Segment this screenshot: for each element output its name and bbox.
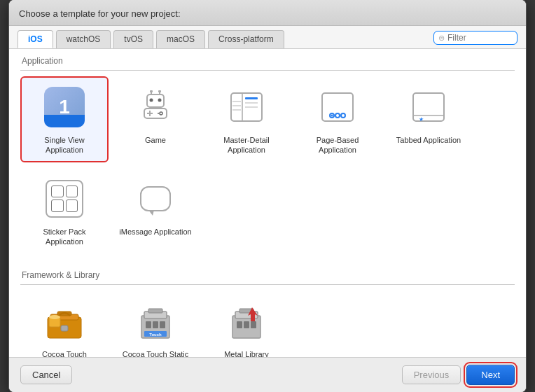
cocoa-static-icon-box: Touch: [133, 299, 178, 344]
template-imessage[interactable]: iMessage Application: [111, 168, 200, 254]
next-button[interactable]: Next: [466, 365, 515, 385]
single-view-bar: [44, 115, 85, 127]
svg-point-22: [335, 113, 340, 118]
svg-rect-49: [244, 321, 249, 328]
sticker-dot-3: [51, 200, 64, 212]
imessage-label: iMessage Application: [119, 227, 191, 237]
template-sticker-pack[interactable]: Sticker Pack Application: [20, 168, 109, 254]
footer: Cancel Previous Next: [9, 357, 526, 392]
tabs-bar: iOS watchOS tvOS macOS Cross-platform ⊜: [9, 26, 526, 49]
framework-section: Framework & Library: [9, 263, 526, 357]
previous-button[interactable]: Previous: [402, 365, 461, 384]
sticker-pack-icon-box: [42, 176, 87, 221]
svg-rect-41: [153, 321, 158, 328]
svg-text:Touch: Touch: [149, 332, 162, 337]
sticker-dot-2: [66, 186, 78, 198]
template-single-view[interactable]: 1 Single View Application: [20, 76, 109, 162]
svg-point-2: [158, 99, 162, 102]
application-section-label: Application: [20, 56, 515, 66]
master-detail-icon-box: [224, 85, 269, 130]
svg-point-24: [331, 115, 333, 117]
scroll-content: Application 1 Single View Application: [9, 49, 526, 357]
metal-icon-box: [224, 299, 269, 344]
application-section: Application 1 Single View Application: [9, 49, 526, 263]
single-view-icon-box: 1: [42, 85, 87, 130]
svg-rect-39: [148, 309, 162, 313]
title-bar: Choose a template for your new project:: [9, 0, 526, 26]
svg-point-6: [160, 112, 162, 115]
template-metal[interactable]: Metal Library: [202, 290, 291, 357]
tabbed-icon: ★ … …: [410, 89, 447, 125]
tab-watchos[interactable]: watchOS: [56, 30, 111, 48]
svg-point-36: [49, 315, 60, 319]
template-tabbed[interactable]: ★ … … Tabbed Application: [384, 76, 473, 162]
filter-input-wrap[interactable]: ⊜: [433, 31, 517, 45]
sticker-pack-icon: [46, 180, 83, 218]
svg-rect-33: [61, 326, 68, 331]
master-detail-label: Master-Detail Application: [209, 135, 284, 155]
svg-text:★: ★: [419, 116, 424, 122]
master-detail-icon: [228, 89, 265, 125]
single-view-icon: 1: [44, 87, 85, 127]
game-label: Game: [145, 135, 166, 145]
filter-area: ⊜: [433, 31, 517, 48]
imessage-bubble: [140, 186, 171, 211]
tabbed-label: Tabbed Application: [396, 135, 461, 145]
svg-point-23: [341, 113, 345, 118]
sticker-dot-4: [66, 200, 78, 212]
sticker-pack-label: Sticker Pack Application: [27, 227, 102, 247]
tabbed-icon-box: ★ … …: [406, 85, 451, 130]
cancel-button[interactable]: Cancel: [20, 365, 72, 384]
application-grid: 1 Single View Application: [20, 76, 515, 260]
window-title: Choose a template for your new project:: [19, 8, 181, 19]
framework-divider: [20, 284, 515, 285]
imessage-icon: [137, 180, 174, 218]
filter-icon: ⊜: [438, 34, 445, 43]
footer-right: Previous Next: [402, 365, 515, 385]
svg-rect-42: [160, 321, 165, 328]
cocoa-framework-label: Cocoa Touch Framework: [27, 349, 102, 357]
svg-text:…: …: [434, 116, 440, 122]
svg-rect-10: [150, 90, 153, 92]
template-game[interactable]: Game: [111, 76, 200, 162]
svg-rect-48: [237, 321, 242, 328]
template-cocoa-static[interactable]: Touch Cocoa Touch Static Library: [111, 290, 200, 357]
cocoa-framework-icon: [45, 302, 84, 341]
svg-rect-14: [245, 97, 258, 99]
metal-library-icon: [227, 302, 266, 341]
template-cocoa-framework[interactable]: Cocoa Touch Framework: [20, 290, 109, 357]
application-divider: [20, 70, 515, 71]
svg-rect-11: [158, 90, 161, 92]
game-icon: [137, 89, 174, 125]
tab-crossplatform[interactable]: Cross-platform: [208, 30, 284, 48]
svg-rect-50: [251, 321, 256, 328]
svg-point-1: [150, 99, 153, 102]
filter-input[interactable]: [447, 33, 503, 43]
cocoa-framework-icon-box: [42, 299, 87, 344]
cocoa-static-label: Cocoa Touch Static Library: [118, 349, 193, 357]
svg-text:…: …: [427, 116, 433, 122]
framework-section-label: Framework & Library: [20, 270, 515, 280]
tab-tvos[interactable]: tvOS: [113, 30, 153, 48]
svg-rect-40: [146, 321, 151, 328]
framework-grid: Cocoa Touch Framework: [20, 290, 515, 357]
sticker-dot-1: [51, 186, 64, 198]
svg-point-7: [158, 113, 159, 114]
main-window: Choose a template for your new project: …: [8, 0, 527, 392]
page-based-icon: [319, 89, 356, 125]
metal-label: Metal Library: [224, 349, 269, 357]
page-based-label: Page-Based Application: [300, 135, 375, 155]
single-view-label: Single View Application: [27, 135, 102, 155]
tab-ios[interactable]: iOS: [18, 30, 53, 48]
imessage-icon-box: [133, 176, 178, 221]
template-master-detail[interactable]: Master-Detail Application: [202, 76, 291, 162]
cocoa-static-icon: Touch: [136, 302, 175, 341]
page-based-icon-box: [315, 85, 360, 130]
template-page-based[interactable]: Page-Based Application: [293, 76, 382, 162]
tabs-list: iOS watchOS tvOS macOS Cross-platform: [18, 30, 286, 48]
tab-macos[interactable]: macOS: [156, 30, 205, 48]
svg-rect-0: [147, 94, 164, 107]
game-icon-box: [133, 85, 178, 130]
